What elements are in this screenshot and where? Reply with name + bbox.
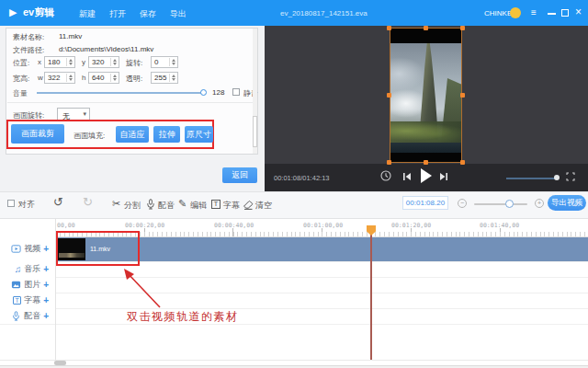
x-input[interactable]: 180 bbox=[44, 56, 75, 68]
microphone-icon[interactable] bbox=[145, 199, 156, 210]
y-value: 320 bbox=[92, 58, 104, 66]
menu-save[interactable]: 保存 bbox=[140, 8, 156, 20]
row-sep bbox=[0, 324, 588, 325]
microphone-icon bbox=[11, 311, 21, 321]
redo-icon[interactable]: ↻ bbox=[83, 197, 93, 207]
opacity-input[interactable]: 255 bbox=[151, 72, 178, 84]
handle-top-left[interactable] bbox=[387, 26, 391, 30]
track-header-subtitle[interactable]: T 字幕 + bbox=[0, 293, 55, 308]
track-header-image[interactable]: 图片 + bbox=[0, 277, 55, 293]
handle-bottom-center[interactable] bbox=[424, 160, 428, 165]
align-checkbox[interactable] bbox=[7, 200, 15, 207]
h-stepper[interactable] bbox=[110, 74, 118, 82]
next-frame-icon[interactable] bbox=[439, 172, 448, 181]
w-input[interactable]: 322 bbox=[44, 72, 75, 84]
row-sep bbox=[0, 308, 588, 309]
menu-burger-icon[interactable]: ≡ bbox=[531, 7, 537, 17]
avatar[interactable] bbox=[510, 7, 521, 18]
menu-new[interactable]: 新建 bbox=[79, 8, 96, 20]
add-track-button[interactable]: + bbox=[43, 244, 49, 254]
fill-original-button[interactable]: 原尺寸 bbox=[185, 126, 213, 143]
rotate-input[interactable]: 0 bbox=[151, 56, 178, 68]
x-value: 180 bbox=[48, 58, 60, 66]
pencil-icon[interactable]: ✎ bbox=[178, 199, 187, 209]
track-label: 图片 bbox=[24, 279, 40, 291]
add-track-button[interactable]: + bbox=[43, 295, 49, 305]
opacity-stepper[interactable] bbox=[169, 74, 176, 82]
handle-bottom-left[interactable] bbox=[387, 160, 391, 165]
music-icon: ♫ bbox=[15, 265, 22, 274]
split-button[interactable]: 分割 bbox=[124, 200, 141, 212]
playhead-line[interactable] bbox=[370, 235, 372, 360]
panel-scrollbar-thumb[interactable] bbox=[253, 116, 257, 147]
player-volume-track[interactable] bbox=[506, 178, 556, 179]
track-header-video[interactable]: 视频 + bbox=[0, 236, 55, 261]
rotate-label: 旋转: bbox=[126, 58, 142, 68]
replay-icon[interactable] bbox=[379, 169, 392, 182]
y-stepper[interactable] bbox=[110, 58, 118, 66]
scissors-icon[interactable]: ✂ bbox=[112, 199, 120, 209]
current-time-value: 00:01:08.20 bbox=[406, 199, 445, 207]
handle-mid-right[interactable] bbox=[460, 93, 465, 98]
menu-open[interactable]: 打开 bbox=[109, 8, 126, 20]
track-header-voice[interactable]: 配音 + bbox=[0, 308, 55, 324]
maximize-button[interactable] bbox=[561, 9, 569, 17]
clear-button[interactable]: 清空 bbox=[255, 200, 272, 212]
text-icon[interactable]: T bbox=[211, 200, 220, 209]
rotate-value: 0 bbox=[154, 58, 158, 66]
undo-icon[interactable]: ↺ bbox=[53, 197, 63, 207]
rotate-stepper[interactable] bbox=[169, 58, 176, 66]
edit-button[interactable]: 编辑 bbox=[190, 200, 207, 212]
back-button[interactable]: 返回 bbox=[222, 167, 257, 183]
timeline-zoom-track[interactable] bbox=[474, 203, 527, 205]
zoom-in-button[interactable]: + bbox=[535, 199, 544, 208]
close-button[interactable]: × bbox=[575, 6, 582, 18]
video-frame-image bbox=[390, 43, 461, 153]
x-stepper[interactable] bbox=[66, 58, 74, 66]
crop-button[interactable]: 画面裁剪 bbox=[11, 124, 64, 144]
y-input[interactable]: 320 bbox=[88, 56, 119, 68]
w-stepper[interactable] bbox=[66, 74, 74, 82]
eraser-icon[interactable] bbox=[243, 199, 254, 210]
handle-mid-left[interactable] bbox=[387, 93, 391, 98]
subtitle-icon: T bbox=[13, 296, 21, 305]
play-button-icon[interactable] bbox=[420, 168, 432, 183]
current-time-input[interactable]: 00:01:08.20 bbox=[402, 196, 448, 210]
handle-top-center[interactable] bbox=[424, 26, 428, 30]
menu-export[interactable]: 导出 bbox=[170, 8, 187, 20]
export-video-button[interactable]: 导出视频 bbox=[548, 195, 586, 211]
material-name-label: 素材名称: bbox=[13, 32, 44, 42]
track-label: 视频 bbox=[24, 243, 40, 255]
subtitle-button[interactable]: 字幕 bbox=[223, 200, 240, 212]
h-input[interactable]: 640 bbox=[88, 72, 119, 84]
timeline-zoom-handle[interactable] bbox=[505, 200, 514, 208]
video-icon bbox=[11, 244, 21, 254]
track-header-music[interactable]: ♫ 音乐 + bbox=[0, 261, 55, 277]
mute-checkbox[interactable] bbox=[232, 88, 240, 96]
handle-top-right[interactable] bbox=[460, 26, 465, 30]
volume-label: 音量 bbox=[13, 88, 28, 98]
volume-slider-track[interactable] bbox=[37, 92, 201, 94]
divider bbox=[7, 102, 256, 103]
fullscreen-icon[interactable] bbox=[566, 172, 575, 181]
plus-icon: + bbox=[536, 200, 543, 207]
water-graphic bbox=[390, 143, 461, 153]
video-selection-box[interactable] bbox=[390, 28, 462, 163]
fill-auto-button[interactable]: 自适应 bbox=[116, 126, 149, 143]
image-icon bbox=[11, 280, 21, 290]
volume-slider-handle[interactable] bbox=[200, 89, 207, 96]
player-volume-handle[interactable] bbox=[554, 175, 560, 180]
add-track-button[interactable]: + bbox=[43, 311, 49, 321]
add-track-button[interactable]: + bbox=[43, 264, 49, 274]
minimize-button[interactable] bbox=[548, 13, 556, 15]
add-track-button[interactable]: + bbox=[43, 280, 49, 290]
fill-stretch-button[interactable]: 拉伸 bbox=[153, 126, 180, 143]
dub-button[interactable]: 配音 bbox=[158, 200, 175, 212]
highlight-box-clip bbox=[56, 231, 140, 266]
h-value: 640 bbox=[92, 74, 104, 82]
position-label: 位置: bbox=[13, 58, 29, 68]
opacity-label: 透明: bbox=[126, 74, 142, 84]
previous-frame-icon[interactable] bbox=[402, 172, 412, 181]
zoom-out-button[interactable]: − bbox=[458, 199, 467, 208]
handle-bottom-right[interactable] bbox=[460, 160, 465, 165]
